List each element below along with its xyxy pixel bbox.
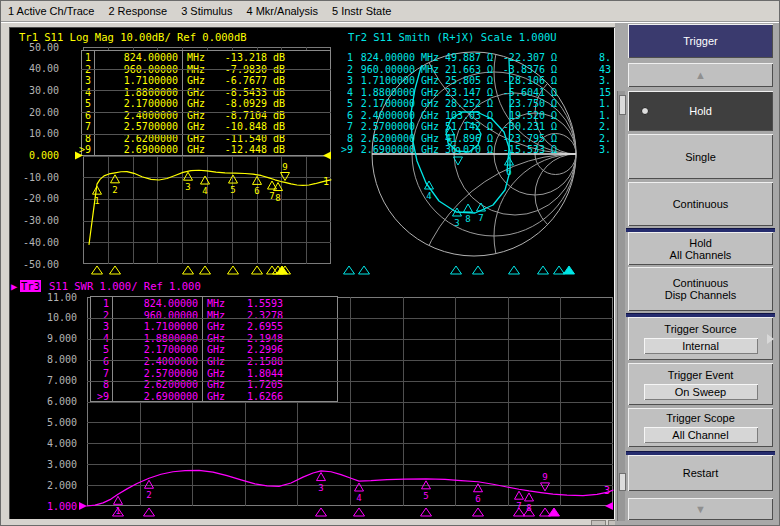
softkey-continuous[interactable]: Continuous	[628, 182, 773, 226]
softkey-hold-all-channels[interactable]: HoldAll Channels	[628, 232, 773, 265]
tr2-marker-resistance: 25.805	[437, 75, 481, 86]
tr2-marker-reactance-unit: Ω	[551, 98, 557, 109]
softkey-trigger-source-expand-arrow-icon	[767, 334, 774, 344]
softkey-scroll-up[interactable]: ▲	[628, 63, 773, 87]
softkey-trigger-event-value: On Sweep	[644, 384, 758, 400]
menu-bar: 1 Active Ch/Trace 2 Response 3 Stimulus …	[1, 1, 780, 22]
tr1-marker-value-unit: dB	[273, 98, 285, 109]
tr1-marker-frequency: 1.8800000	[97, 87, 178, 98]
softkey-single[interactable]: Single	[628, 134, 773, 179]
softkey-trigger-source[interactable]: Trigger SourceInternal	[628, 317, 773, 360]
tr3-marker-unit: GHz	[207, 356, 225, 367]
tr1-marker-value-unit: dB	[273, 75, 285, 86]
tr1-gridline-h	[83, 199, 331, 200]
tr2-marker-extra-clipped: 2.	[599, 133, 611, 144]
softkey-scroll-up-icon: ▲	[695, 70, 706, 80]
softkey-trigger-event-label: Trigger Event	[668, 369, 734, 381]
tr1-ytick: -10.00	[15, 172, 59, 183]
tr3-marker-frequency: 2.6900000	[117, 391, 198, 402]
tr2-marker-number: 5	[323, 98, 353, 109]
tr3-marker-number: 6	[79, 356, 109, 367]
tr3-marker-frequency: 960.00000	[117, 310, 198, 321]
tr3-marker-value: 2.2996	[227, 344, 283, 355]
tr1-marker-value: -10.848	[211, 121, 267, 132]
tr3-marker-frequency: 2.1700000	[117, 344, 198, 355]
tr3-marker-number: 7	[79, 368, 109, 379]
tr3-marker-unit: GHz	[207, 368, 225, 379]
tr3-marker-unit: GHz	[207, 391, 225, 402]
softkey-trigger-event[interactable]: Trigger EventOn Sweep	[628, 363, 773, 405]
tr1-ytick: 40.00	[15, 63, 59, 74]
softkey-sidebar: Trigger▲HoldSingleContinuousHoldAll Chan…	[615, 22, 780, 526]
tr2-marker-frequency: 2.6900000	[359, 144, 415, 155]
tr2-marker-reactance-unit: Ω	[551, 64, 557, 75]
tr1-marker-unit: GHz	[187, 87, 205, 98]
tr2-marker-frequency: 824.00000	[359, 52, 415, 63]
tr2-marker-resistance: 41.896	[437, 133, 481, 144]
tr3-marker-number: 3	[79, 321, 109, 332]
tr2-marker-reactance: -5.6041	[499, 87, 545, 98]
tr3-marker-value: 1.6266	[227, 391, 283, 402]
tr3-ytick: 6.000	[33, 396, 77, 407]
tr2-marker-extra-clipped: 8.	[599, 52, 611, 63]
softkey-restart[interactable]: Restart	[628, 455, 773, 491]
tr3-gridline-h	[87, 464, 613, 465]
tr3-ytick: 11.00	[33, 292, 77, 303]
tr1-marker-number: 4	[61, 87, 91, 98]
tr2-marker-extra-clipped: 2.	[599, 121, 611, 132]
softkey-continuous-disp-channels-label: Disp Channels	[665, 289, 737, 301]
softkey-continuous-label: Continuous	[673, 198, 729, 210]
softkey-scrollbar-track[interactable]	[617, 91, 625, 521]
tr1-marker-value-unit: dB	[273, 52, 285, 63]
tr1-gridline-overlay	[81, 90, 331, 91]
tr2-marker-reactance-unit: Ω	[551, 75, 557, 86]
softkey-scroll-down[interactable]: ▼	[628, 498, 773, 520]
tr3-marker-value: 2.6955	[227, 321, 283, 332]
menu-mkr-analysis[interactable]: 4 Mkr/Analysis	[246, 5, 318, 17]
tr2-marker-reactance-unit: Ω	[551, 144, 557, 155]
tr1-ytick: 50.00	[15, 42, 59, 53]
tr1-marker-unit: GHz	[187, 75, 205, 86]
tr2-marker-frequency: 1.7100000	[359, 75, 415, 86]
tr1-gridline-overlay	[81, 69, 331, 70]
tr2-marker-reactance: -28.106	[499, 75, 545, 86]
menu-instr-state[interactable]: 5 Instr State	[332, 5, 391, 17]
tr1-marker-value-unit: dB	[273, 87, 285, 98]
tr1-marker-unit: MHz	[187, 52, 205, 63]
softkey-trigger[interactable]: Trigger	[628, 24, 773, 58]
softkey-scrollbar-thumb[interactable]	[619, 473, 626, 491]
softkey-hold-all-channels-label: Hold	[689, 237, 712, 249]
softkey-continuous-disp-channels[interactable]: ContinuousDisp Channels	[628, 267, 773, 311]
tr2-marker-number: 1	[323, 52, 353, 63]
menu-response[interactable]: 2 Response	[108, 5, 167, 17]
menu-active-ch-trace[interactable]: 1 Active Ch/Trace	[8, 5, 94, 17]
tr2-marker-extra-clipped: 1.	[599, 98, 611, 109]
tr3-ytick: 3.000	[33, 459, 77, 470]
tr2-marker-frequency: 960.00000	[359, 64, 415, 75]
tr3-marker-frequency: 824.00000	[117, 298, 198, 309]
softkey-scrollbar-thumb[interactable]	[619, 95, 626, 115]
softkey-hold[interactable]: Hold	[628, 91, 773, 131]
tr3-marker-value: 2.3278	[227, 310, 283, 321]
tr2-marker-resistance: 51.142	[437, 121, 481, 132]
menu-stimulus[interactable]: 3 Stimulus	[181, 5, 232, 17]
tr2-marker-frequency: 2.5700000	[359, 121, 415, 132]
tr2-marker-resistance: 23.147	[437, 87, 481, 98]
tr3-marker-frequency: 1.7100000	[117, 321, 198, 332]
tr3-gridline-v	[508, 297, 509, 506]
tr3-ytick: 2.000	[33, 480, 77, 491]
tr1-marker-frequency: 2.6900000	[97, 144, 178, 155]
tr1-marker-frequency: 2.1700000	[97, 98, 178, 109]
softkey-trigger-scope[interactable]: Trigger ScopeAll Channel	[628, 408, 773, 447]
tr1-marker-frequency: 824.00000	[97, 52, 178, 63]
tr2-marker-resistance: 103.03	[437, 110, 481, 121]
tr2-marker-reactance: 19.520	[499, 110, 545, 121]
tr2-marker-resistance-unit: Ω	[487, 144, 493, 155]
tr2-marker-extra-clipped: 43	[599, 64, 611, 75]
tr2-marker-reactance-unit: Ω	[551, 52, 557, 63]
tr2-marker-reactance: -23.795	[499, 133, 545, 144]
tr2-marker-resistance-unit: Ω	[487, 75, 493, 86]
tr3-ytick: 1.000	[33, 501, 77, 512]
tr2-marker-reactance: -22.307	[499, 52, 545, 63]
tr3-ytick: 10.00	[33, 312, 77, 323]
